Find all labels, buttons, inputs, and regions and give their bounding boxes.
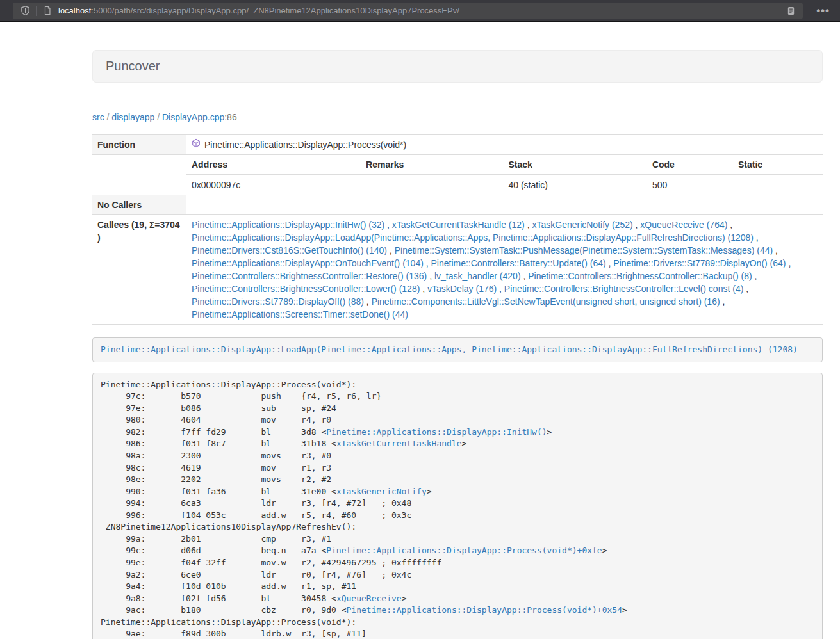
breadcrumb-item[interactable]: DisplayApp.cpp [162, 112, 224, 122]
callee-link[interactable]: vTaskDelay (176) [427, 284, 497, 294]
function-name-cell: Pinetime::Applications::DisplayApp::Proc… [186, 135, 823, 155]
callee-separator: , [384, 220, 392, 230]
url-bar-divider [36, 6, 37, 16]
breadcrumb-item[interactable]: src [92, 112, 104, 122]
disassembly-symbol-link[interactable]: xTaskGetCurrentTaskHandle [336, 439, 462, 448]
callees-row: Callees (19, Σ=3704 ) Pinetime::Applicat… [92, 215, 823, 325]
static-value [733, 175, 823, 195]
function-label: Function [92, 135, 186, 155]
callee-separator: , [743, 284, 748, 294]
breadcrumb-item[interactable]: displayapp [111, 112, 154, 122]
function-name: Pinetime::Applications::DisplayApp::Proc… [204, 138, 406, 151]
divider [92, 101, 823, 101]
highlighted-callee-link[interactable]: Pinetime::Applications::DisplayApp::Load… [101, 344, 798, 354]
callee-separator: , [633, 220, 641, 230]
callee-separator: , [497, 284, 504, 294]
metrics-column-header: Address [186, 155, 361, 175]
code-value: 500 [647, 175, 733, 195]
callee-separator: , [606, 258, 614, 268]
callee-separator: , [773, 245, 778, 255]
url-text[interactable]: localhost:5000/path/src/displayapp/Displ… [58, 6, 784, 15]
toolbar-divider [807, 6, 807, 16]
callee-separator: , [754, 232, 759, 243]
disassembly-symbol-link[interactable]: xTaskGenericNotify [336, 487, 427, 496]
function-row: Function Pinetime::Applications::Display… [92, 135, 823, 155]
callee-link[interactable]: Pinetime::Applications::Screens::Timer::… [192, 309, 408, 320]
callee-link[interactable]: Pinetime::Applications::DisplayApp::Init… [192, 220, 384, 230]
menu-icon[interactable]: ••• [811, 3, 835, 19]
disassembly-symbol-link[interactable]: Pinetime::Applications::DisplayApp::Proc… [326, 546, 602, 555]
app-header: Puncover [92, 50, 823, 83]
callee-separator: , [364, 296, 372, 307]
callee-link[interactable]: Pinetime::Controllers::Battery::Update()… [431, 258, 606, 268]
breadcrumb-line-number: :86 [224, 112, 236, 122]
callee-separator: , [420, 284, 427, 294]
callee-separator: , [727, 220, 732, 230]
callee-link[interactable]: Pinetime::Controllers::BrightnessControl… [192, 271, 427, 281]
callee-separator: , [424, 258, 431, 268]
callee-link[interactable]: Pinetime::Drivers::St7789::DisplayOff() … [192, 296, 364, 307]
callee-link[interactable]: Pinetime::System::SystemTask::PushMessag… [395, 245, 773, 255]
metrics-column-header: Static [733, 155, 823, 175]
callees-label: Callees (19, Σ=3704 ) [92, 215, 186, 325]
address-value: 0x0000097c [186, 175, 361, 195]
disassembly-symbol-link[interactable]: Pinetime::Applications::DisplayApp::Init… [326, 427, 547, 437]
callee-link[interactable]: Pinetime::Drivers::Cst816S::GetTouchInfo… [192, 245, 387, 255]
callee-link[interactable]: Pinetime::Applications::DisplayApp::OnTo… [192, 258, 424, 268]
callee-link[interactable]: Pinetime::Applications::DisplayApp::Load… [192, 232, 754, 243]
breadcrumb: src / displayapp / DisplayApp.cpp:86 [92, 111, 823, 124]
metrics-column-header: Remarks [361, 155, 503, 175]
callee-link[interactable]: Pinetime::Drivers::St7789::DisplayOn() (… [613, 258, 786, 268]
callee-link[interactable]: Pinetime::Controllers::BrightnessControl… [192, 284, 420, 294]
browser-toolbar: localhost:5000/path/src/displayapp/Displ… [0, 0, 840, 22]
url-path: :5000/path/src/displayapp/DisplayApp.cpp… [91, 6, 459, 15]
metrics-column-header: Stack [504, 155, 647, 175]
callee-separator: , [387, 245, 395, 255]
disassembly-symbol-link[interactable]: Pinetime::Applications::DisplayApp::Proc… [347, 605, 622, 615]
no-callers-label: No Callers [92, 195, 186, 215]
function-info-table: Function Pinetime::Applications::Display… [92, 134, 823, 325]
metrics-header-row: AddressRemarksStackCodeStatic [186, 155, 823, 175]
disassembly-code: Pinetime::Applications::DisplayApp::Proc… [92, 373, 823, 639]
metrics-value-row: 0x0000097c 40 (static) 500 [186, 175, 823, 195]
callee-link[interactable]: xTaskGenericNotify (252) [532, 220, 632, 230]
callees-cell: Pinetime::Applications::DisplayApp::Init… [186, 215, 823, 325]
url-host: localhost [58, 6, 91, 15]
callee-separator: , [521, 271, 529, 281]
disassembly-symbol-link[interactable]: xQueueReceive [336, 594, 402, 603]
callee-separator: , [427, 271, 434, 281]
stack-value: 40 (static) [504, 175, 647, 195]
metrics-column-header: Code [647, 155, 733, 175]
no-callers-row: No Callers [92, 195, 823, 215]
url-bar[interactable]: localhost:5000/path/src/displayapp/Displ… [13, 3, 803, 19]
metrics-row: AddressRemarksStackCodeStatic 0x0000097c… [92, 155, 823, 195]
page-icon[interactable] [40, 4, 54, 18]
metrics-table: AddressRemarksStackCodeStatic 0x0000097c… [186, 155, 823, 195]
callee-link[interactable]: xQueueReceive (764) [640, 220, 727, 230]
reader-mode-icon[interactable] [784, 4, 798, 18]
remarks-value [361, 175, 503, 195]
callee-link[interactable]: Pinetime::Components::LittleVgl::SetNewT… [372, 296, 720, 307]
page-container: Puncover src / displayapp / DisplayApp.c… [92, 50, 823, 639]
callee-separator: , [720, 296, 725, 307]
breadcrumb-separator: / [104, 112, 112, 122]
callee-link[interactable]: lv_task_handler (420) [434, 271, 521, 281]
callee-link[interactable]: xTaskGetCurrentTaskHandle (12) [392, 220, 525, 230]
callee-separator: , [752, 271, 757, 281]
callee-separator: , [525, 220, 532, 230]
page-title: Puncover [106, 60, 809, 73]
package-icon [192, 138, 201, 151]
callee-link[interactable]: Pinetime::Controllers::BrightnessControl… [528, 271, 752, 281]
breadcrumb-separator: / [154, 112, 162, 122]
callee-link[interactable]: Pinetime::Controllers::BrightnessControl… [504, 284, 743, 294]
callee-separator: , [786, 258, 791, 268]
shield-icon[interactable] [18, 4, 32, 18]
highlighted-callee-block: Pinetime::Applications::DisplayApp::Load… [92, 337, 823, 362]
